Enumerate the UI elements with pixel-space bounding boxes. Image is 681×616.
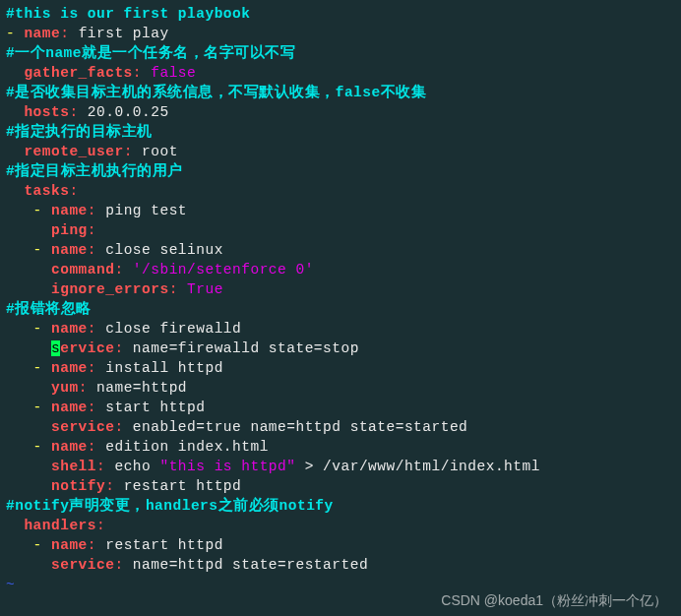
code-line: gather_facts: false	[6, 63, 675, 83]
comment: #this is our first playbook	[6, 6, 250, 22]
yaml-value: enabled=true name=httpd state=started	[133, 419, 467, 435]
yaml-key: name	[51, 400, 88, 415]
file-path: /var/www/html/index.html	[323, 459, 540, 474]
yaml-key: service	[51, 419, 114, 435]
yaml-key: gather_facts	[24, 65, 132, 81]
colon: :	[124, 144, 142, 159]
code-line: #notify声明变更，handlers之前必须notify	[6, 496, 675, 516]
code-line: command: '/sbin/setenforce 0'	[6, 260, 675, 279]
yaml-value: edition index.html	[105, 439, 269, 455]
colon: :	[96, 518, 105, 533]
yaml-key: name	[51, 360, 88, 376]
indent	[6, 321, 33, 337]
code-line: - name: close firewalld	[6, 319, 675, 339]
indent	[6, 222, 51, 238]
code-line: - name: start httpd	[6, 398, 675, 417]
code-line: service: name=firewalld state=stop	[6, 339, 675, 358]
yaml-value: false	[151, 65, 196, 81]
indent	[6, 242, 33, 258]
watermark: CSDN @koeda1（粉丝冲刺一个亿）	[441, 590, 667, 610]
comment: #notify声明变更，handlers之前必须notify	[6, 498, 334, 514]
indent	[6, 459, 51, 474]
colon: :	[60, 26, 78, 41]
indent	[6, 203, 33, 218]
code-block: #this is our first playbook - name: firs…	[6, 4, 675, 594]
code-line: #报错将忽略	[6, 299, 675, 319]
code-line: #this is our first playbook	[6, 4, 675, 24]
indent	[6, 557, 51, 573]
indent	[6, 262, 51, 277]
indent	[6, 144, 24, 159]
colon: :	[169, 281, 187, 297]
code-line: notify: restart httpd	[6, 476, 675, 496]
yaml-key: ping	[51, 222, 88, 238]
yaml-value: restart httpd	[105, 537, 223, 553]
code-line: shell: echo "this is httpd" > /var/www/h…	[6, 457, 675, 476]
comment: #指定执行的目标主机	[6, 124, 153, 140]
colon: :	[88, 400, 105, 415]
yaml-value: name=httpd	[96, 380, 187, 396]
indent	[6, 478, 51, 494]
code-line: #一个name就是一个任务名，名字可以不写	[6, 43, 675, 63]
colon: :	[88, 203, 105, 218]
colon: :	[114, 262, 132, 277]
code-line: handlers:	[6, 516, 675, 535]
code-line: ping:	[6, 220, 675, 240]
yaml-key: name	[51, 203, 88, 218]
yaml-key: name	[51, 321, 88, 337]
dash: -	[33, 537, 51, 553]
yaml-key: hosts	[24, 104, 69, 120]
code-line: #指定执行的目标主机	[6, 122, 675, 142]
code-line: service: enabled=true name=httpd state=s…	[6, 417, 675, 437]
colon: :	[88, 439, 105, 455]
colon: :	[114, 557, 132, 573]
colon: :	[88, 222, 96, 238]
indent	[6, 360, 33, 376]
comment: #是否收集目标主机的系统信息，不写默认收集，false不收集	[6, 85, 426, 100]
indent	[6, 419, 51, 435]
code-line: hosts: 20.0.0.25	[6, 102, 675, 122]
colon: :	[88, 537, 105, 553]
yaml-value: name=firewalld state=stop	[133, 340, 359, 356]
code-line: ignore_errors: True	[6, 279, 675, 299]
colon: :	[88, 242, 105, 258]
shell-cmd: echo	[114, 459, 159, 474]
yaml-value: close firewalld	[105, 321, 241, 337]
yaml-key: ignore_errors	[51, 281, 169, 297]
code-line: - name: install httpd	[6, 358, 675, 378]
tilde-marker: ~	[6, 577, 15, 592]
colon: :	[133, 65, 151, 81]
redirect: >	[295, 459, 323, 474]
indent	[6, 380, 51, 396]
dash: -	[33, 400, 51, 415]
code-line: - name: restart httpd	[6, 535, 675, 555]
code-line: yum: name=httpd	[6, 378, 675, 398]
yaml-key: service	[51, 557, 114, 573]
indent	[6, 340, 51, 356]
colon: :	[114, 340, 132, 356]
code-line: - name: first play	[6, 24, 675, 43]
yaml-value: ping test	[105, 203, 187, 218]
indent	[6, 104, 24, 120]
yaml-key: command	[51, 262, 114, 277]
yaml-key: handlers	[24, 518, 96, 533]
yaml-value: True	[187, 281, 223, 297]
indent	[6, 537, 33, 553]
code-line: remote_user: root	[6, 142, 675, 161]
code-line: - name: close selinux	[6, 240, 675, 260]
yaml-value: name=httpd state=restarted	[133, 557, 368, 573]
colon: :	[88, 360, 105, 376]
comment: #指定目标主机执行的用户	[6, 163, 183, 179]
dash: -	[33, 321, 51, 337]
yaml-value: '/sbin/setenforce 0'	[133, 262, 314, 277]
code-line: - name: edition index.html	[6, 437, 675, 457]
yaml-value: start httpd	[105, 400, 205, 415]
code-line: #指定目标主机执行的用户	[6, 161, 675, 181]
yaml-value: 20.0.0.25	[88, 104, 169, 120]
colon: :	[69, 183, 78, 199]
yaml-key: tasks	[24, 183, 69, 199]
dash: -	[33, 203, 51, 218]
yaml-value: close selinux	[105, 242, 223, 258]
indent	[6, 281, 51, 297]
dash: -	[33, 439, 51, 455]
